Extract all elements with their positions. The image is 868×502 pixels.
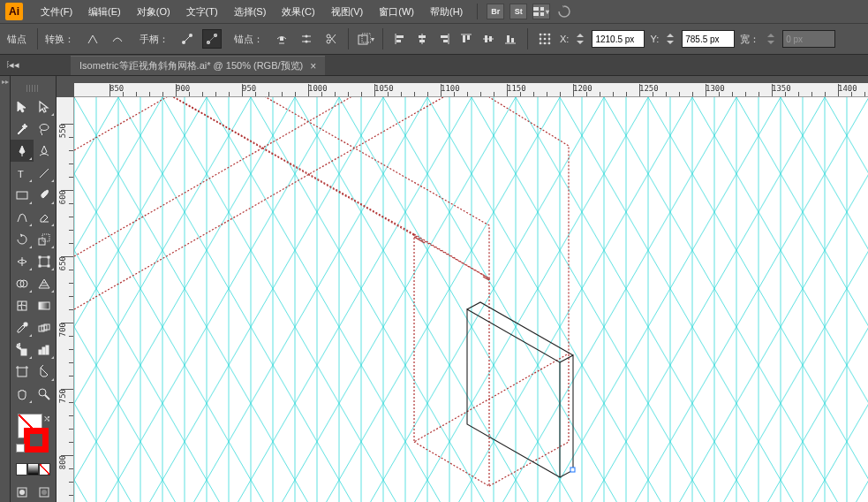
x-input[interactable] [592,30,645,48]
handle-hide-icon[interactable] [202,29,222,49]
menu-file[interactable]: 文件(F) [34,3,79,21]
swap-icon[interactable]: ⤭ [43,414,50,423]
svg-point-45 [540,42,542,45]
svg-rect-21 [396,35,404,38]
none-mode-icon[interactable] [39,463,50,475]
canvas[interactable] [74,97,868,502]
panel-collapse-icon[interactable]: ◂◂ [7,60,19,69]
paintbrush-tool[interactable] [34,184,57,206]
eyedropper-tool[interactable] [11,316,34,338]
cut-path-icon[interactable] [321,29,341,49]
draw-normal-icon[interactable] [11,483,34,502]
column-graph-tool[interactable] [34,338,57,361]
menu-edit[interactable]: 编辑(E) [81,3,128,21]
app-logo: Ai [5,3,23,20]
add-anchor-a-icon[interactable] [297,29,316,49]
slice-tool[interactable] [34,361,57,383]
menu-view[interactable]: 视图(V) [324,3,371,21]
align-right-icon[interactable] [434,29,454,49]
reference-point-icon[interactable] [535,29,555,49]
isolate-icon[interactable]: ▾ [356,29,375,49]
shaper-tool[interactable] [11,206,34,228]
arrange-icon[interactable]: ▾ [532,4,550,19]
x-stepper-icon[interactable] [574,29,586,49]
rotate-tool[interactable] [11,228,34,250]
close-icon[interactable]: × [310,60,316,72]
document-tab[interactable]: Isometric等距视角斜角网格.ai* @ 150% (RGB/预览) × [71,56,325,75]
free-transform-tool[interactable] [34,250,57,272]
svg-point-42 [540,38,542,41]
svg-rect-76 [39,350,42,354]
convert-smooth-icon[interactable] [108,29,127,49]
mesh-tool[interactable] [11,294,34,316]
svg-rect-67 [39,302,49,309]
blend-tool[interactable] [34,316,57,338]
svg-rect-28 [443,40,448,42]
direct-selection-tool[interactable] [34,95,57,118]
symbol-sprayer-tool[interactable] [11,338,34,361]
curvature-tool[interactable] [34,140,57,162]
svg-point-48 [40,124,49,130]
convert-label: 转换： [45,33,74,46]
align-vcenter-icon[interactable] [479,29,498,49]
draw-behind-icon[interactable] [34,483,57,502]
separator [527,28,528,49]
scale-tool[interactable] [34,228,57,250]
shape-builder-tool[interactable] [11,272,34,294]
pen-tool[interactable] [11,140,34,162]
menu-effect[interactable]: 效果(C) [275,3,321,21]
gradient-tool[interactable] [34,294,57,316]
svg-point-89 [42,490,47,495]
fill-stroke-swatch[interactable]: ⤭ [16,414,50,453]
svg-rect-52 [17,192,27,199]
align-group [390,29,520,49]
stroke-swatch[interactable] [24,428,49,453]
svg-rect-2 [533,12,539,16]
sync-icon[interactable] [555,4,573,19]
perspective-grid-tool[interactable] [34,272,57,294]
bridge-icon[interactable]: Br [487,4,504,19]
lasso-tool[interactable] [34,118,57,140]
remove-anchor-icon[interactable] [272,29,291,49]
color-mode-row [16,463,50,477]
align-left-icon[interactable] [390,29,410,49]
handle-show-icon[interactable] [177,29,197,49]
type-tool[interactable]: T [11,162,34,184]
align-bottom-icon[interactable] [501,29,520,49]
gradient-mode-icon[interactable] [27,463,39,475]
stock-icon[interactable]: St [509,4,527,19]
hand-tool[interactable] [11,383,34,405]
grip-icon[interactable] [26,85,40,92]
default-colors-icon[interactable] [16,444,25,453]
align-top-icon[interactable] [457,29,476,49]
svg-point-46 [544,42,547,45]
convert-corner-icon[interactable] [83,29,102,49]
color-mode-icon[interactable] [16,463,27,475]
zoom-tool[interactable] [34,383,57,405]
horizontal-ruler[interactable]: 8509009501000105011001150120012501300135… [57,76,868,97]
y-input[interactable] [682,30,735,48]
menu-type[interactable]: 文字(T) [179,3,225,21]
menu-window[interactable]: 窗口(W) [372,3,421,21]
svg-point-85 [39,389,46,396]
svg-point-43 [544,38,547,41]
svg-rect-0 [533,7,539,11]
selection-tool[interactable] [11,95,34,118]
width-tool[interactable] [11,250,34,272]
menu-select[interactable]: 选择(S) [227,3,274,21]
eraser-tool[interactable] [34,206,57,228]
artboard-tool[interactable] [11,361,34,383]
anchor-label: 锚点 [7,33,26,46]
separator [348,28,349,49]
svg-rect-25 [419,40,425,42]
vertical-ruler[interactable]: 550600650700750800 [57,97,74,502]
expand-icon[interactable]: ▸▸ [2,78,9,85]
w-input [782,30,835,48]
magic-wand-tool[interactable] [11,118,34,140]
rectangle-tool[interactable] [11,184,34,206]
menu-object[interactable]: 对象(O) [130,3,177,21]
y-stepper-icon[interactable] [664,29,676,49]
align-hcenter-icon[interactable] [412,29,432,49]
menu-help[interactable]: 帮助(H) [423,3,470,21]
line-tool[interactable] [34,162,57,184]
